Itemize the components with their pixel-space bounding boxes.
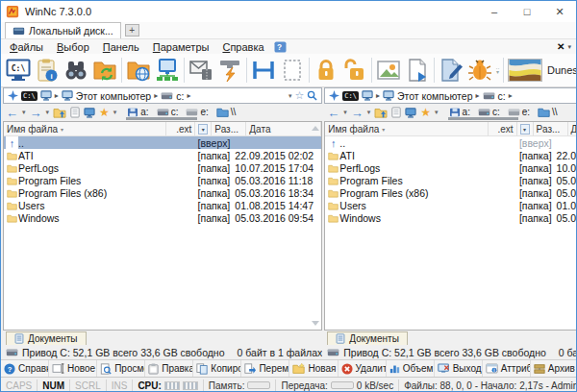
- fn-view-button[interactable]: Просмо: [97, 360, 145, 377]
- drive-scrollbar[interactable]: [448, 117, 519, 120]
- file-row[interactable]: PerfLogs [папка] 10.07.2015 17:04: [4, 161, 321, 174]
- debug-button[interactable]: [465, 56, 494, 85]
- chevron-right-icon[interactable]: ▸: [154, 91, 158, 100]
- file-row[interactable]: ATI [папка] 22.09.2015 02:02: [325, 149, 577, 161]
- filter-dropdown[interactable]: ▾: [517, 122, 534, 135]
- title-bar[interactable]: WinNc 7.3.0.0 – □ ✕: [1, 1, 576, 22]
- breadcrumb-computer[interactable]: Этот компьютер: [397, 90, 473, 102]
- search-files-button[interactable]: [62, 56, 90, 85]
- breadcrumb-computer[interactable]: Этот компьютер: [76, 90, 152, 102]
- column-header-size[interactable]: Раз...: [212, 122, 246, 135]
- tab-local-disk[interactable]: Локальный диск...: [5, 22, 121, 38]
- breadcrumb-drive[interactable]: c:: [176, 90, 184, 102]
- chevron-right-icon[interactable]: ▸: [376, 91, 380, 100]
- drive-e-button[interactable]: e:: [505, 107, 533, 117]
- maximize-button[interactable]: □: [511, 1, 543, 22]
- file-row[interactable]: PerfLogs [папка] 10.07.2015 17:04: [325, 161, 577, 174]
- fn-new-folder-button[interactable]: Новая п: [289, 360, 338, 377]
- favorites-button[interactable]: ★: [420, 107, 431, 118]
- drive-a-button[interactable]: a:: [446, 107, 473, 117]
- file-row[interactable]: Program Files (x86) [папка] 05.03.2016 1…: [325, 186, 577, 199]
- close-panel-icon[interactable]: ✕: [557, 41, 564, 52]
- document-list-button[interactable]: [391, 107, 401, 118]
- minimize-button[interactable]: –: [478, 1, 511, 22]
- file-row[interactable]: Windows [папка] 05.03.2016 09:54: [325, 211, 577, 224]
- toolbar-handle-icon[interactable]: ‥▾: [494, 65, 501, 75]
- scroll-down-icon[interactable]: [312, 321, 319, 326]
- column-header-ext[interactable]: .ext: [166, 122, 195, 135]
- fn-attributes-button[interactable]: iАттрибу: [483, 360, 531, 377]
- help-icon[interactable]: ?: [274, 41, 287, 53]
- chevron-right-icon[interactable]: ▸: [187, 91, 190, 100]
- web-folder-button[interactable]: [124, 56, 153, 85]
- file-row-up[interactable]: ↑ .. [вверх]: [325, 136, 577, 149]
- back-button[interactable]: ←: [6, 107, 18, 119]
- favorite-star-icon[interactable]: ☆: [294, 89, 304, 102]
- drive-scrollbar[interactable]: [126, 117, 197, 120]
- menu-options[interactable]: Параметры: [146, 41, 216, 53]
- pin-star-icon[interactable]: [8, 90, 18, 101]
- chevron-right-icon[interactable]: ▸: [475, 91, 479, 100]
- drive-a-button[interactable]: a:: [124, 107, 151, 117]
- forward-history-icon[interactable]: ▾: [367, 109, 371, 116]
- new-tab-button[interactable]: +: [125, 24, 139, 37]
- path-bar[interactable]: C:\ ▸ Этот компьютер ▸ c: ▸ ▾ ☆: [3, 87, 322, 104]
- run-file-button[interactable]: [403, 56, 432, 85]
- column-header-date[interactable]: Дата: [568, 122, 577, 135]
- desktop-button[interactable]: [84, 108, 95, 118]
- desktop-button[interactable]: [405, 108, 416, 118]
- network-drive-button[interactable]: \\: [213, 107, 239, 117]
- column-header-name[interactable]: Имя файла▾: [4, 122, 166, 135]
- refresh-folder-button[interactable]: [90, 56, 119, 85]
- history-dropdown-icon[interactable]: ▾: [288, 92, 292, 100]
- folder-up-button[interactable]: [374, 107, 388, 118]
- forward-button[interactable]: →: [30, 107, 42, 119]
- search-icon[interactable]: [307, 90, 317, 101]
- menu-select[interactable]: Выбор: [50, 41, 96, 53]
- lock-button[interactable]: [312, 56, 340, 85]
- fn-volume-button[interactable]: Объем (: [387, 360, 435, 377]
- console-icon[interactable]: C:\: [342, 91, 359, 101]
- file-row[interactable]: Windows [папка] 05.03.2016 09:54: [4, 211, 321, 224]
- clipboard-info-button[interactable]: i: [33, 56, 62, 85]
- single-panel-button[interactable]: [278, 56, 307, 85]
- forward-history-icon[interactable]: ▾: [46, 109, 50, 116]
- drive-c-button[interactable]: c:: [475, 107, 503, 117]
- file-row-up[interactable]: ↑ .. [вверх]: [4, 136, 321, 149]
- column-header-ext[interactable]: .ext: [489, 122, 517, 135]
- drive-e-button[interactable]: e:: [183, 107, 211, 117]
- folder-up-button[interactable]: [53, 107, 66, 118]
- goto-drive-button[interactable]: C:\: [4, 56, 33, 85]
- network-button[interactable]: [153, 56, 182, 85]
- fn-help-button[interactable]: ?Справка: [1, 360, 49, 377]
- overflow-caret-icon[interactable]: ▾: [567, 43, 571, 51]
- documents-tab[interactable]: Документы: [327, 331, 408, 345]
- menu-help[interactable]: Справка: [215, 41, 270, 53]
- favorites-dropdown-icon[interactable]: ▾: [435, 109, 439, 116]
- filter-dropdown[interactable]: ▾: [195, 122, 212, 135]
- favorites-dropdown-icon[interactable]: ▾: [113, 109, 117, 116]
- pin-star-icon[interactable]: [329, 90, 339, 101]
- documents-tab[interactable]: Документы: [6, 331, 87, 345]
- fn-delete-button[interactable]: Удалить: [339, 360, 387, 377]
- fn-edit-button[interactable]: Правка (: [145, 360, 193, 377]
- breadcrumb-drive[interactable]: c:: [498, 90, 506, 102]
- file-row[interactable]: ATI [папка] 22.09.2015 02:02: [4, 149, 321, 161]
- back-button[interactable]: ←: [327, 107, 339, 119]
- file-row[interactable]: Users [папка] 01.08.2015 14:47: [325, 199, 577, 211]
- file-row[interactable]: Program Files [папка] 05.03.2016 11:18: [325, 174, 577, 186]
- fn-archive-button[interactable]: Архив (F: [531, 360, 577, 377]
- fn-copy-button[interactable]: Копиров: [193, 360, 241, 377]
- split-panels-button[interactable]: [249, 56, 278, 85]
- file-row[interactable]: Program Files (x86) [папка] 05.03.2016 1…: [4, 186, 321, 199]
- scroll-up-icon[interactable]: [312, 126, 319, 131]
- fn-rename-button[interactable]: Новое и: [49, 360, 97, 377]
- fn-move-button[interactable]: Переме: [241, 360, 289, 377]
- menu-panel[interactable]: Панель: [96, 41, 146, 53]
- back-history-icon[interactable]: ▾: [343, 109, 347, 116]
- file-row[interactable]: Users [папка] 01.08.2015 14:47: [4, 199, 321, 211]
- chevron-right-icon[interactable]: ▸: [509, 91, 513, 100]
- image-viewer-button[interactable]: [374, 56, 403, 85]
- back-history-icon[interactable]: ▾: [22, 109, 26, 116]
- compress-button[interactable]: [215, 56, 244, 85]
